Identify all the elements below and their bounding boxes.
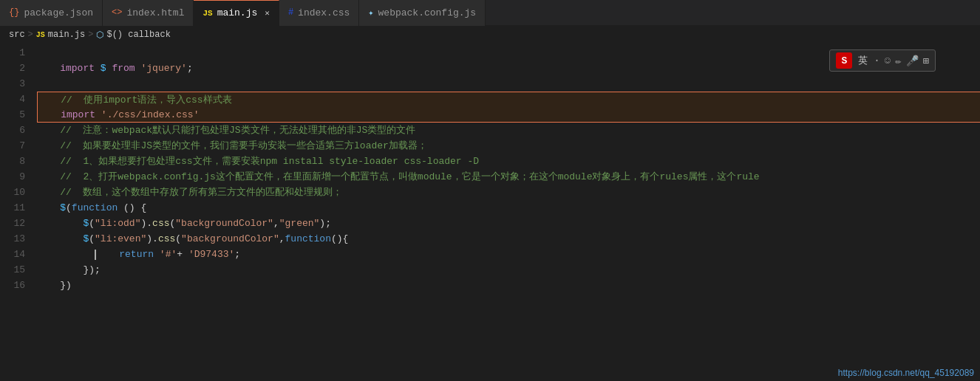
code-line-9: // 2、打开webpack.config.js这个配置文件，在里面新增一个配置… [37, 169, 980, 185]
tab-index-html[interactable]: <> index.html [103, 0, 194, 26]
bottom-url: https://blog.csdn.net/qq_45192089 [838, 368, 974, 378]
code-line-14: return '#'+ 'D97433'; [37, 247, 980, 262]
tab-label-webpack-config: webpack.config.js [378, 7, 477, 18]
line-num-9: 9 [6, 169, 25, 185]
line-num-8: 8 [6, 154, 25, 169]
tab-package-json[interactable]: {} package.json [0, 0, 103, 26]
line-numbers: 1 2 3 4 5 6 7 8 9 10 11 12 13 14 15 16 [0, 44, 31, 381]
line-num-10: 10 [6, 185, 25, 200]
editor: 1 2 3 4 5 6 7 8 9 10 11 12 13 14 15 16 i… [0, 44, 980, 381]
sogou-icons: · ☺ ✏ 🎤 ⊞ [874, 55, 929, 67]
sogou-bar[interactable]: S 英 · ☺ ✏ 🎤 ⊞ [829, 49, 936, 72]
code-line-4: // 使用import语法，导入css样式表 [37, 92, 980, 107]
tab-index-css[interactable]: # index.css [279, 0, 359, 26]
line-num-4: 4 [6, 92, 25, 107]
code-line-13: $("li:even").css("backgroundColor",funct… [37, 231, 980, 247]
sogou-dot-icon: · [874, 55, 879, 66]
line-num-2: 2 [6, 61, 25, 76]
line-num-16: 16 [6, 278, 25, 293]
breadcrumb-src: src [9, 30, 25, 40]
tab-icon-package-json: {} [9, 7, 19, 18]
code-line-6: // 注意：webpack默认只能打包处理JS类文件，无法处理其他的非JS类型的… [37, 123, 980, 138]
close-icon[interactable]: ✕ [265, 8, 270, 18]
code-line-16: }) [37, 278, 980, 293]
breadcrumb-fn-icon: ⬡ [96, 30, 103, 41]
line-num-13: 13 [6, 231, 25, 247]
line-num-11: 11 [6, 200, 25, 216]
line-num-5: 5 [6, 107, 25, 123]
tab-label-index-html: index.html [126, 7, 184, 18]
breadcrumb-fn-name: $() callback [106, 30, 170, 40]
line-num-7: 7 [6, 138, 25, 154]
code-line-11: $(function () { [37, 200, 980, 216]
sogou-mic-icon[interactable]: 🎤 [906, 55, 919, 67]
sogou-emoji-icon[interactable]: ☺ [885, 55, 891, 66]
tab-icon-index-html: <> [112, 7, 122, 18]
sogou-text: 英 [858, 54, 868, 67]
tab-label-index-css: index.css [298, 7, 350, 18]
line-num-12: 12 [6, 216, 25, 231]
code-line-8: // 1、如果想要打包处理css文件，需要安装npm install style… [37, 154, 980, 169]
breadcrumb: src > JS main.js > ⬡ $() callback [0, 26, 980, 44]
sogou-logo: S [836, 52, 852, 69]
line-num-15: 15 [6, 262, 25, 278]
tab-icon-index-css: # [288, 7, 293, 18]
tab-icon-main-js: JS [203, 9, 212, 18]
code-line-15: }); [37, 262, 980, 278]
line-num-6: 6 [6, 123, 25, 138]
line-num-3: 3 [6, 76, 25, 92]
tab-main-js[interactable]: JS main.js ✕ [194, 0, 279, 26]
code-area: 1 2 3 4 5 6 7 8 9 10 11 12 13 14 15 16 i… [0, 44, 980, 381]
tab-label-main-js: main.js [217, 7, 258, 18]
breadcrumb-filename: main.js [48, 30, 85, 40]
breadcrumb-sep-1: > [28, 30, 33, 40]
code-line-12: $("li:odd").css("backgroundColor","green… [37, 216, 980, 231]
code-content[interactable]: import $ from 'jquery'; // 使用import语法，导入… [31, 44, 980, 381]
tab-icon-webpack-config: ✦ [368, 7, 373, 18]
line-num-1: 1 [6, 45, 25, 61]
code-line-10: // 数组，这个数组中存放了所有第三方文件的匹配和处理规则； [37, 185, 980, 200]
tab-label-package-json: package.json [24, 7, 93, 18]
breadcrumb-js-icon: JS [36, 31, 45, 39]
line-num-14: 14 [6, 247, 25, 262]
tab-webpack-config-js[interactable]: ✦ webpack.config.js [359, 0, 486, 26]
tab-bar: {} package.json <> index.html JS main.js… [0, 0, 980, 26]
sogou-pen-icon[interactable]: ✏ [895, 55, 901, 67]
breadcrumb-sep-2: > [88, 30, 93, 40]
sogou-grid-icon[interactable]: ⊞ [923, 55, 929, 67]
code-line-5: import './css/index.css' [37, 107, 980, 123]
code-line-7: // 如果要处理非JS类型的文件，我们需要手动安装一些合适第三方loader加载… [37, 138, 980, 154]
code-line-3 [37, 76, 980, 92]
